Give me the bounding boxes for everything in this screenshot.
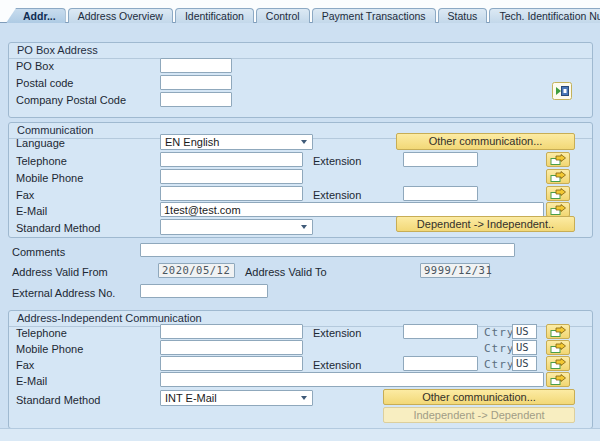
ind-telephone-input[interactable]	[160, 324, 303, 339]
email-other-communication-icon[interactable]	[546, 202, 570, 217]
comments-label: Comments	[12, 246, 65, 259]
ind-email-input[interactable]	[160, 372, 544, 387]
ind-fax-extension-input[interactable]	[403, 356, 478, 371]
company-postal-code-label: Company Postal Code	[16, 94, 126, 107]
email-input[interactable]	[160, 202, 544, 217]
dependent-to-independent-button[interactable]: Dependent -> Independent..	[396, 216, 575, 232]
telephone-extension-input[interactable]	[403, 152, 478, 167]
ind-fax-ctry-value[interactable]: US	[512, 356, 537, 371]
ind-fax-ctry-label: Ctry	[484, 358, 515, 371]
tab-payment-transactions[interactable]: Payment Transactions	[312, 8, 436, 23]
other-communication-button[interactable]: Other communication...	[396, 133, 575, 150]
ind-fax-extension-label: Extension	[313, 359, 361, 372]
comments-input[interactable]	[140, 243, 515, 257]
tab-address-overview[interactable]: Address Overview	[68, 8, 173, 23]
ind-fax-other-communication-icon[interactable]	[546, 356, 570, 371]
chevron-down-icon	[301, 140, 307, 144]
po-box-address-group-title: PO Box Address	[17, 44, 98, 57]
ind-standard-method-label: Standard Method	[16, 394, 100, 407]
tab-status[interactable]: Status	[438, 8, 488, 23]
tab-address[interactable]: Addr...	[6, 8, 66, 23]
language-label: Language	[16, 137, 65, 150]
fax-extension-label: Extension	[313, 189, 361, 202]
language-value: EN English	[165, 136, 219, 149]
ind-email-label: E-Mail	[16, 375, 47, 388]
language-dropdown[interactable]: EN English	[160, 134, 313, 150]
external-address-no-label: External Address No.	[12, 287, 115, 300]
tab-identification[interactable]: Identification	[175, 8, 254, 23]
international-address-versions-icon[interactable]	[552, 82, 572, 100]
ind-telephone-extension-input[interactable]	[403, 324, 478, 339]
address-valid-to-value[interactable]: 9999/12/31	[420, 263, 490, 278]
ind-mobile-phone-input[interactable]	[160, 340, 303, 355]
fax-other-communication-icon[interactable]	[546, 186, 570, 201]
ind-fax-label: Fax	[16, 359, 34, 372]
fax-input[interactable]	[160, 186, 303, 201]
ind-mobile-ctry-value[interactable]: US	[512, 340, 537, 355]
tab-control[interactable]: Control	[256, 8, 310, 23]
chevron-down-icon	[301, 396, 307, 400]
fax-extension-input[interactable]	[403, 186, 478, 201]
email-label: E-Mail	[16, 205, 47, 218]
mobile-phone-label: Mobile Phone	[16, 172, 83, 185]
tab-tech-identification-numbers[interactable]: Tech. Identification Numbers	[489, 8, 600, 23]
ind-telephone-other-communication-icon[interactable]	[546, 324, 570, 339]
ind-telephone-ctry-value[interactable]: US	[512, 324, 537, 339]
ind-mobile-ctry-label: Ctry	[484, 342, 515, 355]
telephone-other-communication-icon[interactable]	[546, 152, 570, 167]
ind-telephone-extension-label: Extension	[313, 327, 361, 340]
address-valid-from-value[interactable]: 2020/05/12	[158, 263, 235, 278]
ind-standard-method-dropdown[interactable]: INT E-Mail	[160, 390, 313, 406]
telephone-extension-label: Extension	[313, 155, 361, 168]
tab-bar: Addr... Address Overview Identification …	[6, 8, 600, 23]
communication-group-title: Communication	[17, 124, 93, 137]
group-divider	[9, 58, 592, 59]
ind-email-other-communication-icon[interactable]	[546, 372, 570, 387]
address-valid-from-label: Address Valid From	[12, 266, 108, 279]
postal-code-label: Postal code	[16, 77, 73, 90]
po-box-input[interactable]	[160, 58, 232, 73]
external-address-no-input[interactable]	[140, 284, 268, 298]
mobile-other-communication-icon[interactable]	[546, 169, 570, 184]
address-valid-to-label: Address Valid To	[245, 266, 327, 279]
mobile-phone-input[interactable]	[160, 169, 303, 184]
ind-mobile-phone-label: Mobile Phone	[16, 343, 83, 356]
standard-method-label: Standard Method	[16, 222, 100, 235]
ind-fax-input[interactable]	[160, 356, 303, 371]
ind-telephone-ctry-label: Ctry	[484, 326, 515, 339]
company-postal-code-input[interactable]	[160, 92, 232, 107]
po-box-label: PO Box	[16, 60, 54, 73]
independent-to-dependent-button: Independent -> Dependent	[383, 407, 575, 423]
chevron-down-icon	[301, 225, 307, 229]
bottom-strip	[0, 428, 600, 441]
telephone-input[interactable]	[160, 152, 303, 167]
fax-label: Fax	[16, 189, 34, 202]
postal-code-input[interactable]	[160, 75, 232, 90]
ind-telephone-label: Telephone	[16, 327, 67, 340]
standard-method-dropdown[interactable]	[160, 219, 313, 235]
ind-mobile-other-communication-icon[interactable]	[546, 340, 570, 355]
ind-standard-method-value: INT E-Mail	[165, 392, 217, 405]
telephone-label: Telephone	[16, 155, 67, 168]
ind-other-communication-button[interactable]: Other communication...	[383, 389, 575, 405]
